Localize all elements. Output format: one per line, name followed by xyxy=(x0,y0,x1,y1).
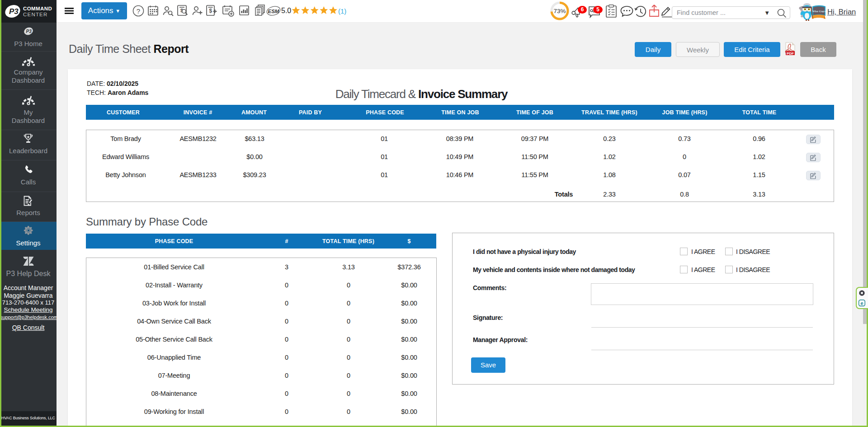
svg-text:?: ? xyxy=(137,7,140,15)
svg-text:73%: 73% xyxy=(553,8,566,14)
svg-text:CENTER: CENTER xyxy=(23,12,47,17)
svg-text:e: e xyxy=(860,300,863,306)
svg-text:$: $ xyxy=(209,8,212,14)
svg-text:Wise Guys: Wise Guys xyxy=(812,9,826,13)
svg-text:PDF: PDF xyxy=(787,52,794,56)
svg-text:P3: P3 xyxy=(26,29,32,34)
svg-text:P3: P3 xyxy=(9,7,19,16)
svg-text:COMMAND: COMMAND xyxy=(23,6,52,11)
svg-text:ESM: ESM xyxy=(268,9,279,14)
